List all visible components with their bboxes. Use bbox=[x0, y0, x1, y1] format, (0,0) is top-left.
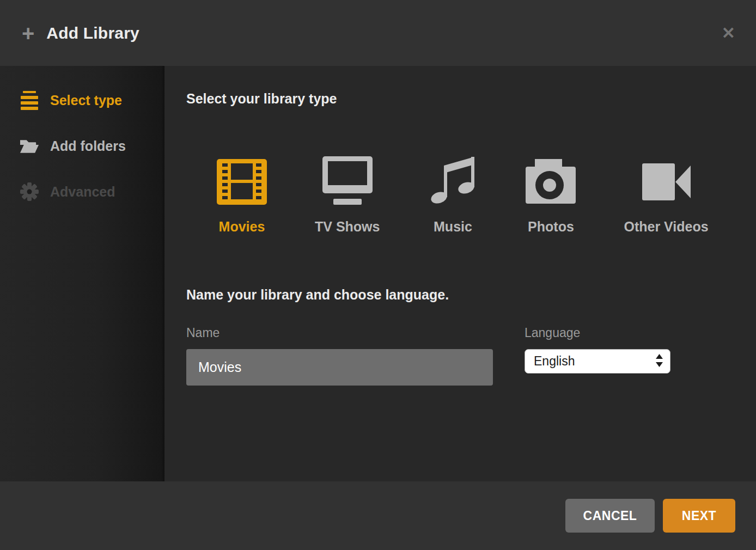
film-strip-icon bbox=[217, 158, 267, 205]
name-section-heading: Name your library and choose language. bbox=[186, 287, 756, 303]
type-option-music[interactable]: Music bbox=[428, 158, 478, 235]
dialog-header: + Add Library ✕ bbox=[0, 0, 756, 66]
sidebar-item-label: Select type bbox=[50, 93, 122, 108]
name-language-row: Name Language English bbox=[186, 326, 756, 386]
dialog-title: Add Library bbox=[46, 24, 139, 42]
select-spinner-icon bbox=[656, 354, 663, 369]
folder-icon bbox=[20, 138, 39, 155]
type-label: Other Videos bbox=[624, 219, 708, 235]
steps-sidebar: Select type Add folders bbox=[0, 66, 164, 481]
close-icon[interactable]: ✕ bbox=[722, 25, 735, 41]
video-camera-icon bbox=[641, 158, 691, 205]
gear-icon bbox=[20, 182, 39, 201]
language-label: Language bbox=[525, 326, 670, 340]
type-option-movies[interactable]: Movies bbox=[217, 158, 267, 235]
plus-icon: + bbox=[22, 22, 34, 44]
type-label: Photos bbox=[528, 219, 574, 235]
type-option-photos[interactable]: Photos bbox=[526, 158, 576, 235]
dialog-footer: CANCEL NEXT bbox=[0, 481, 756, 550]
main-panel: Select your library type bbox=[164, 66, 756, 481]
sidebar-item-label: Add folders bbox=[50, 138, 126, 154]
type-section-heading: Select your library type bbox=[186, 91, 756, 107]
camera-icon bbox=[526, 158, 576, 205]
type-option-other-videos[interactable]: Other Videos bbox=[624, 158, 708, 235]
list-icon bbox=[20, 90, 39, 110]
type-label: TV Shows bbox=[315, 219, 380, 235]
type-label: Movies bbox=[219, 219, 265, 235]
name-label: Name bbox=[186, 326, 493, 340]
sidebar-item-add-folders[interactable]: Add folders bbox=[0, 132, 164, 160]
library-name-input[interactable] bbox=[186, 349, 493, 386]
music-note-icon bbox=[428, 158, 478, 205]
type-label: Music bbox=[434, 219, 472, 235]
library-type-row: Movies TV Shows bbox=[217, 158, 756, 235]
tv-icon bbox=[322, 158, 373, 205]
next-button[interactable]: NEXT bbox=[663, 499, 735, 533]
dialog-body: Select type Add folders bbox=[0, 66, 756, 481]
sidebar-item-label: Advanced bbox=[50, 184, 115, 200]
language-select[interactable]: English bbox=[525, 349, 670, 374]
sidebar-item-advanced: Advanced bbox=[0, 178, 164, 205]
sidebar-item-select-type[interactable]: Select type bbox=[0, 87, 164, 114]
type-option-tv-shows[interactable]: TV Shows bbox=[315, 158, 380, 235]
language-selected-value: English bbox=[534, 354, 575, 369]
cancel-button[interactable]: CANCEL bbox=[565, 499, 655, 533]
add-library-dialog: + Add Library ✕ Select type bbox=[0, 0, 756, 550]
